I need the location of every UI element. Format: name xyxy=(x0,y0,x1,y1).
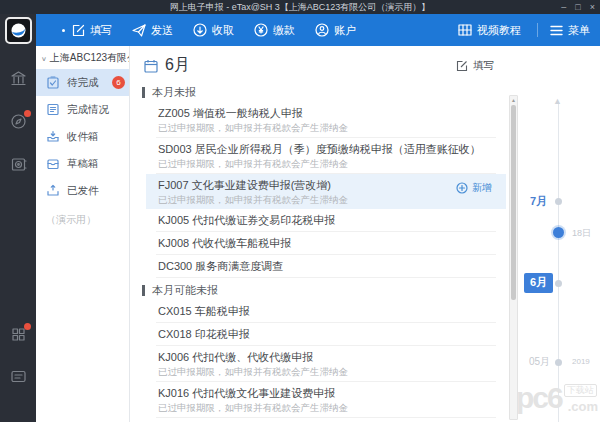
timeline: ▲ 7月18日6月05月2019 xyxy=(520,46,600,422)
toolbar-item-label: 收取 xyxy=(212,23,234,38)
item-title: KJ006 代扣代缴、代收代缴申报 xyxy=(158,351,494,364)
toolbar-item-收取[interactable]: 收取 xyxy=(193,23,234,38)
fill-button[interactable]: 填写 xyxy=(456,59,494,73)
sidebar-item-已发件[interactable]: 已发件 xyxy=(36,177,129,204)
watermark: pc6 下载站 .com xyxy=(516,383,598,413)
left-panel: ∨ 上海ABC123有限公司... 待完成6完成情况收件箱草稿箱已发件 （演示用… xyxy=(36,46,130,422)
list-item[interactable]: FJ007 文化事业建设费申报(营改增)已过申报期限，如申报并有税款会产生滞纳金… xyxy=(146,174,506,209)
item-title: CX015 车船税申报 xyxy=(158,305,494,318)
item-title: ZZ005 增值税一般纳税人申报 xyxy=(158,107,494,120)
sidebar-item-完成情况[interactable]: 完成情况 xyxy=(36,96,129,123)
section-bar xyxy=(142,87,145,98)
titlebar: 网上电子申报 - eTax@SH 3【上海ABC123有限公司（演示用）】 – … xyxy=(0,0,600,14)
sent-icon xyxy=(47,184,59,197)
window-controls: – □ × xyxy=(561,0,595,14)
circle-down-arrow-icon xyxy=(193,23,207,37)
toolbar-item-发送[interactable]: 发送 xyxy=(132,23,173,38)
section-title: 本月未报 xyxy=(152,85,196,100)
timeline-dot xyxy=(555,280,562,287)
item-title: SD003 居民企业所得税月（季）度预缴纳税申报（适用查账征收） xyxy=(158,143,494,156)
rail-bottom-icons xyxy=(10,326,27,412)
toolbar-item-菜单[interactable]: 菜单 xyxy=(550,23,590,38)
rail-safe-icon[interactable] xyxy=(10,156,27,173)
maximize-button[interactable]: □ xyxy=(575,3,580,12)
timeline-year-label: 2019 xyxy=(572,357,590,366)
toolbar-item-label: 菜单 xyxy=(568,23,590,38)
list-item[interactable]: KJ006 代扣代缴、代收代缴申报已过申报期限，如申报并有税款会产生滞纳金 xyxy=(156,346,496,382)
sidebar-item-label: 收件箱 xyxy=(67,130,99,144)
section-header: 本月可能未报 xyxy=(142,283,520,298)
timeline-entry-18日[interactable]: 18日 xyxy=(520,227,600,239)
watermark-logo: pc6 xyxy=(516,383,562,413)
list-item[interactable]: DC300 服务商满意度调查 xyxy=(156,255,496,278)
timeline-entry-05月[interactable]: 05月2019 xyxy=(520,357,600,369)
toolbar-item-label: 填写 xyxy=(90,23,112,38)
toolbar-item-label: 账户 xyxy=(334,23,356,38)
section-rows: ZZ005 增值税一般纳税人申报已过申报期限，如申报并有税款会产生滞纳金SD00… xyxy=(156,102,496,278)
rail-compass-icon[interactable] xyxy=(10,113,27,130)
toolbar-item-label: 发送 xyxy=(151,23,173,38)
timeline-line xyxy=(558,104,559,422)
notification-dot xyxy=(24,110,31,117)
sidebar-item-label: 完成情况 xyxy=(67,103,109,117)
paper-plane-icon xyxy=(132,24,146,37)
add-new-button[interactable]: 新增 xyxy=(456,181,492,195)
month-title: 6月 xyxy=(165,55,190,76)
list-item[interactable]: ZZ005 增值税一般纳税人申报已过申报期限，如申报并有税款会产生滞纳金 xyxy=(156,102,496,138)
drafts-icon xyxy=(47,157,59,170)
toolbar-item-缴款[interactable]: 缴款 xyxy=(254,23,295,38)
timeline-entry-7月[interactable]: 7月 xyxy=(520,196,600,208)
hamburger-icon xyxy=(550,25,563,36)
list-item[interactable]: CX018 印花税申报 xyxy=(156,323,496,346)
timeline-dot xyxy=(555,198,562,205)
timeline-current-dot xyxy=(553,227,564,238)
list-item[interactable]: KJ016 代扣代缴文化事业建设费申报已过申报期限，如申报并有税款会产生滞纳金 xyxy=(156,382,496,418)
section-bar xyxy=(142,285,145,296)
scrollbar-thumb[interactable] xyxy=(511,105,516,300)
timeline-entry-6月[interactable]: 6月 xyxy=(520,278,600,290)
app-logo xyxy=(5,17,32,44)
sidebar-item-label: 草稿箱 xyxy=(67,157,99,171)
add-new-label: 新增 xyxy=(472,181,492,195)
list-item[interactable]: KJ008 代收代缴车船税申报 xyxy=(156,232,496,255)
toolbar-item-label: 缴款 xyxy=(273,23,295,38)
item-note: 已过申报期限，如申报并有税款会产生滞纳金 xyxy=(158,122,494,133)
sidebar-item-草稿箱[interactable]: 草稿箱 xyxy=(36,150,129,177)
active-indicator-dot xyxy=(62,29,65,32)
section-rows: CX015 车船税申报CX018 印花税申报KJ006 代扣代缴、代收代缴申报已… xyxy=(156,300,496,418)
clipboard-check-icon xyxy=(47,76,59,89)
toolbar-item-视频教程[interactable]: 视频教程 xyxy=(458,23,521,38)
app-window: 网上电子申报 - eTax@SH 3【上海ABC123有限公司（演示用）】 – … xyxy=(0,0,600,422)
item-title: CX018 印花税申报 xyxy=(158,328,494,341)
pencil-square-icon xyxy=(456,60,468,72)
circle-person-icon xyxy=(315,23,329,37)
item-note: 已过申报期限，如申报并有税款会产生滞纳金 xyxy=(158,194,494,205)
sidebar-item-收件箱[interactable]: 收件箱 xyxy=(36,123,129,150)
sidebar-item-label: 已发件 xyxy=(67,184,99,198)
timeline-past-month: 05月 xyxy=(529,355,550,369)
rail-note-icon[interactable] xyxy=(10,369,27,386)
rail-grid-icon[interactable] xyxy=(10,326,27,343)
rail-bank-icon[interactable] xyxy=(10,70,27,87)
close-button[interactable]: × xyxy=(590,3,595,12)
timeline-day-label: 18日 xyxy=(572,227,591,240)
toolbar-separator xyxy=(537,23,538,37)
item-title: KJ005 代扣代缴证券交易印花税申报 xyxy=(158,214,494,227)
list-icon xyxy=(47,103,59,116)
sidebar-item-待完成[interactable]: 待完成6 xyxy=(36,69,129,96)
vertical-scrollbar[interactable]: ▲ xyxy=(509,95,518,420)
list-item[interactable]: KJ005 代扣代缴证券交易印花税申报 xyxy=(156,209,496,232)
toolbar-item-账户[interactable]: 账户 xyxy=(315,23,356,38)
scrollbar-up-arrow[interactable]: ▲ xyxy=(510,97,517,104)
timeline-arrow-icon: ▲ xyxy=(553,96,562,106)
list-item[interactable]: CX015 车船税申报 xyxy=(156,300,496,323)
section-header: 本月未报 xyxy=(142,85,520,100)
list-item[interactable]: SD003 居民企业所得税月（季）度预缴纳税申报（适用查账征收）已过申报期限，如… xyxy=(156,138,496,174)
item-title: DC300 服务商满意度调查 xyxy=(158,260,494,273)
item-title: KJ016 代扣代缴文化事业建设费申报 xyxy=(158,387,494,400)
icon-rail xyxy=(0,14,36,422)
company-selector[interactable]: ∨ 上海ABC123有限公司... xyxy=(36,49,129,69)
chevron-down-icon: ∨ xyxy=(41,54,47,61)
minimize-button[interactable]: – xyxy=(561,3,566,12)
toolbar-item-填写[interactable]: 填写 xyxy=(62,23,112,38)
